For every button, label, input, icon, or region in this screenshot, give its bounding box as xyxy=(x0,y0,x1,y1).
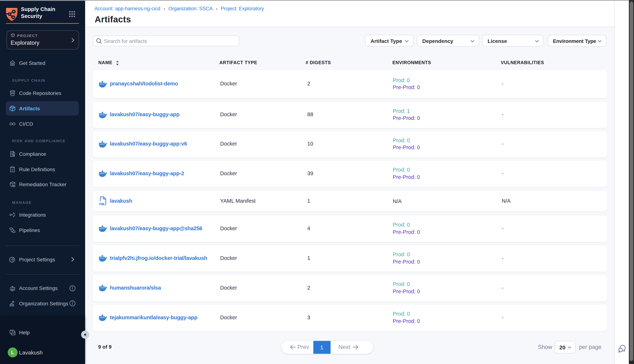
svg-text:YML: YML xyxy=(99,202,105,206)
